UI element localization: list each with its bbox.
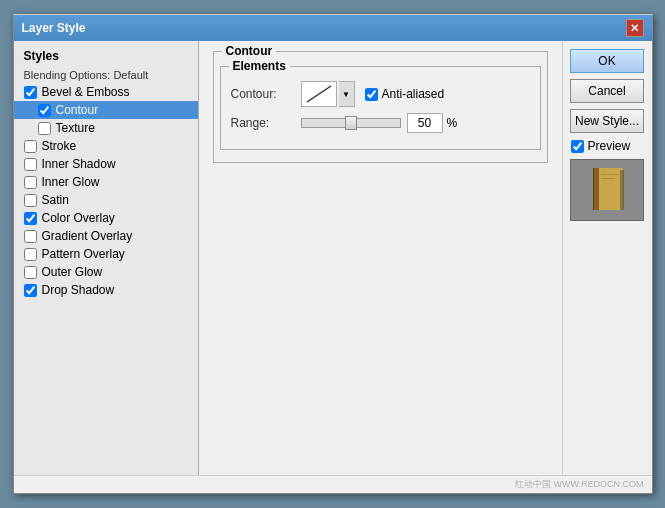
texture-checkbox[interactable]: [38, 122, 51, 135]
outer-glow-checkbox[interactable]: [24, 266, 37, 279]
dialog-footer: 红动中国 WWW.REDOCN.COM: [14, 475, 652, 493]
elements-subsection-title: Elements: [229, 59, 290, 73]
bevel-emboss-checkbox[interactable]: [24, 86, 37, 99]
sidebar-item-pattern-overlay[interactable]: Pattern Overlay: [14, 245, 198, 263]
range-label: Range:: [231, 116, 301, 130]
svg-rect-3: [593, 168, 594, 210]
contour-curve-icon: [305, 84, 333, 104]
drop-shadow-label: Drop Shadow: [42, 283, 115, 297]
inner-glow-checkbox[interactable]: [24, 176, 37, 189]
color-overlay-label: Color Overlay: [42, 211, 115, 225]
contour-label: Contour: [56, 103, 99, 117]
drop-shadow-checkbox[interactable]: [24, 284, 37, 297]
blending-options-label: Blending Options: Default: [14, 67, 198, 83]
preview-label-text: Preview: [588, 139, 631, 153]
pattern-overlay-label: Pattern Overlay: [42, 247, 125, 261]
inner-shadow-label: Inner Shadow: [42, 157, 116, 171]
stroke-label: Stroke: [42, 139, 77, 153]
inner-shadow-checkbox[interactable]: [24, 158, 37, 171]
sidebar-item-texture[interactable]: Texture: [14, 119, 198, 137]
preview-box: [570, 159, 644, 221]
sidebar-item-inner-glow[interactable]: Inner Glow: [14, 173, 198, 191]
anti-alias-container: Anti-aliased: [365, 87, 445, 101]
outer-glow-label: Outer Glow: [42, 265, 103, 279]
contour-row: Contour: ▼ Anti-aliased: [231, 81, 530, 107]
range-row: Range: 50 %: [231, 113, 530, 133]
styles-heading: Styles: [14, 45, 198, 67]
sidebar-item-contour[interactable]: Contour: [14, 101, 198, 119]
pattern-overlay-checkbox[interactable]: [24, 248, 37, 261]
gradient-overlay-label: Gradient Overlay: [42, 229, 133, 243]
color-overlay-checkbox[interactable]: [24, 212, 37, 225]
anti-aliased-checkbox[interactable]: [365, 88, 378, 101]
title-bar-left: Layer Style: [22, 21, 86, 35]
range-slider-track[interactable]: [301, 118, 401, 128]
contour-preview-box[interactable]: [301, 81, 337, 107]
elements-subsection: Elements Contour: ▼: [220, 66, 541, 150]
sidebar-item-stroke[interactable]: Stroke: [14, 137, 198, 155]
stroke-checkbox[interactable]: [24, 140, 37, 153]
sidebar-item-bevel-emboss[interactable]: Bevel & Emboss: [14, 83, 198, 101]
sidebar-item-satin[interactable]: Satin: [14, 191, 198, 209]
contour-dropdown-arrow[interactable]: ▼: [339, 81, 355, 107]
cancel-button[interactable]: Cancel: [570, 79, 644, 103]
ok-button[interactable]: OK: [570, 49, 644, 73]
watermark-text: 红动中国 WWW.REDOCN.COM: [515, 478, 644, 491]
layer-style-dialog: Layer Style ✕ Styles Blending Options: D…: [13, 14, 653, 494]
sidebar-item-inner-shadow[interactable]: Inner Shadow: [14, 155, 198, 173]
sidebar-item-gradient-overlay[interactable]: Gradient Overlay: [14, 227, 198, 245]
dialog-title: Layer Style: [22, 21, 86, 35]
contour-picker: ▼ Anti-aliased: [301, 81, 445, 107]
title-bar: Layer Style ✕: [14, 15, 652, 41]
right-panel: OK Cancel New Style... Preview: [562, 41, 652, 475]
contour-section-title: Contour: [222, 44, 277, 58]
anti-aliased-label: Anti-aliased: [382, 87, 445, 101]
sidebar-item-color-overlay[interactable]: Color Overlay: [14, 209, 198, 227]
bevel-emboss-label: Bevel & Emboss: [42, 85, 130, 99]
satin-label: Satin: [42, 193, 69, 207]
close-button[interactable]: ✕: [626, 19, 644, 37]
preview-thumbnail: [585, 164, 629, 216]
range-value-input[interactable]: 50: [407, 113, 443, 133]
range-unit: %: [447, 116, 458, 130]
svg-rect-6: [620, 170, 624, 210]
contour-section: Contour Elements Contour:: [213, 51, 548, 163]
inner-glow-label: Inner Glow: [42, 175, 100, 189]
satin-checkbox[interactable]: [24, 194, 37, 207]
range-slider-thumb[interactable]: [345, 116, 357, 130]
sidebar-item-drop-shadow[interactable]: Drop Shadow: [14, 281, 198, 299]
left-panel: Styles Blending Options: Default Bevel &…: [14, 41, 199, 475]
svg-rect-4: [601, 174, 619, 175]
contour-checkbox[interactable]: [38, 104, 51, 117]
range-slider-container: 50 %: [301, 113, 458, 133]
preview-checkbox[interactable]: [571, 140, 584, 153]
texture-label: Texture: [56, 121, 95, 135]
main-content: Contour Elements Contour:: [199, 41, 562, 475]
gradient-overlay-checkbox[interactable]: [24, 230, 37, 243]
contour-field-label: Contour:: [231, 87, 301, 101]
svg-rect-5: [601, 178, 615, 179]
preview-label-row: Preview: [571, 139, 631, 153]
new-style-button[interactable]: New Style...: [570, 109, 644, 133]
dialog-body: Styles Blending Options: Default Bevel &…: [14, 41, 652, 475]
sidebar-item-outer-glow[interactable]: Outer Glow: [14, 263, 198, 281]
